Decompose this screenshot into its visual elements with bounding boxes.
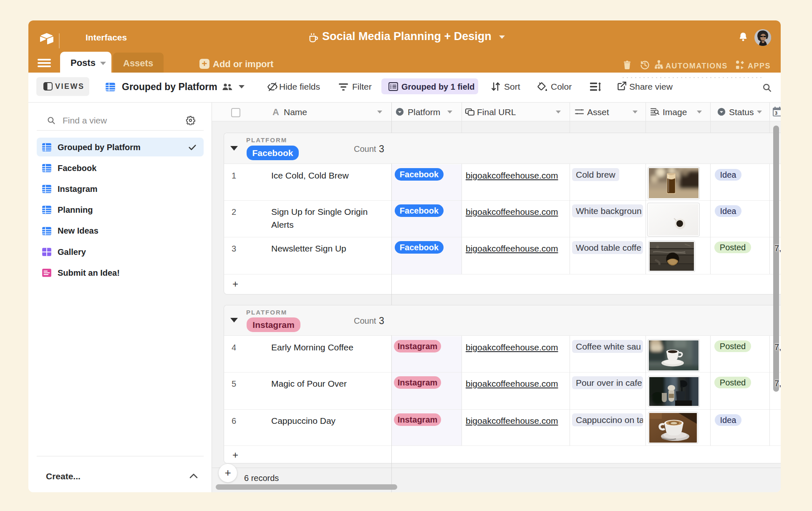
svg-text:3: 3 bbox=[775, 111, 777, 116]
